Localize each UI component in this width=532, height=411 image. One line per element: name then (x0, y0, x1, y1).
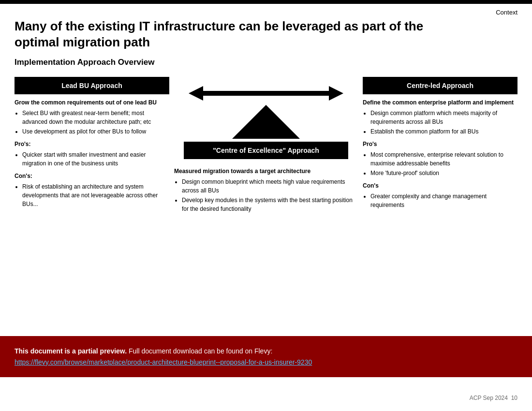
list-item: Use development as pilot for other BUs t… (22, 127, 167, 136)
preview-normal: Full document download can be found on F… (127, 347, 272, 355)
triangle-container (169, 105, 363, 139)
footer-text: ACP Sep 2024 (470, 395, 508, 401)
cons-label-right: Con's (363, 181, 516, 190)
list-item: Develop key modules in the systems with … (182, 196, 358, 213)
double-arrow-svg (169, 84, 363, 103)
center-bullets: Design common blueprint which meets high… (174, 177, 358, 213)
list-item: Quicker start with smaller investment an… (22, 150, 167, 168)
right-pros: Most comprehensive, enterprise relevant … (363, 150, 516, 177)
context-label: Context (496, 9, 517, 16)
cons-label-left: Con's: (15, 172, 167, 180)
bottom-banner: This document is a partial preview. Full… (0, 336, 532, 377)
right-heading: Centre-led Approach (363, 77, 517, 94)
list-item: Risk of establishing an architecture and… (22, 182, 167, 208)
three-column-layout: Lead BU Approach Grow the common require… (15, 77, 517, 214)
preview-bold: This document is a partial preview. (15, 347, 127, 355)
left-column: Lead BU Approach Grow the common require… (15, 77, 169, 209)
list-item: More 'future-proof' solution (370, 169, 516, 177)
list-item: Design common platform which meets major… (370, 109, 516, 126)
preview-text: This document is a partial preview. Full… (15, 346, 517, 367)
list-item: Most comprehensive, enterprise relevant … (370, 150, 516, 168)
section-subtitle: Implementation Approach Overview (15, 58, 517, 67)
top-bar (0, 0, 532, 4)
define-title: Define the common enterprise platform an… (363, 99, 514, 106)
left-bullets-1: Select BU with greatest near-term benefi… (15, 109, 167, 136)
right-column: Centre-led Approach Define the common en… (363, 77, 517, 210)
list-item: Select BU with greatest near-term benefi… (22, 109, 167, 126)
svg-marker-2 (329, 86, 343, 101)
arrow-row (169, 84, 363, 103)
pros-label-left: Pro's: (15, 140, 167, 148)
list-item: Establish the common platform for all BU… (370, 127, 516, 136)
left-cons: Risk of establishing an architecture and… (15, 182, 167, 208)
svg-marker-3 (232, 105, 300, 139)
left-pros: Quicker start with smaller investment an… (15, 150, 167, 168)
preview-link[interactable]: https://flevy.com/browse/marketplace/pro… (15, 358, 312, 366)
list-item: Greater complexity and change management… (370, 192, 516, 209)
center-column: "Centre of Excellence" Approach Measured… (169, 77, 363, 214)
left-heading: Lead BU Approach (15, 77, 169, 94)
grow-title: Grow the common requirements out of one … (15, 99, 157, 106)
page-title: Many of the existing IT infrastructure c… (15, 18, 450, 50)
right-description: Define the common enterprise platform an… (363, 98, 517, 209)
triangle-svg (232, 105, 300, 139)
main-content: Many of the existing IT infrastructure c… (0, 4, 532, 214)
page-number: 10 (511, 395, 517, 401)
svg-rect-0 (198, 91, 334, 96)
svg-marker-1 (189, 86, 203, 101)
right-bullets-1: Design common platform which meets major… (363, 109, 516, 136)
footer: ACP Sep 2024 10 (470, 395, 517, 401)
center-text: Measured migration towards a target arch… (169, 163, 363, 214)
list-item: Design common blueprint which meets high… (182, 177, 358, 195)
coe-box: "Centre of Excellence" Approach (184, 142, 348, 159)
left-description: Grow the common requirements out of one … (15, 98, 169, 208)
right-cons: Greater complexity and change management… (363, 192, 516, 209)
migration-title: Measured migration towards a target arch… (174, 167, 358, 176)
content-cutoff (0, 314, 532, 334)
pros-label-right: Pro's (363, 140, 516, 148)
